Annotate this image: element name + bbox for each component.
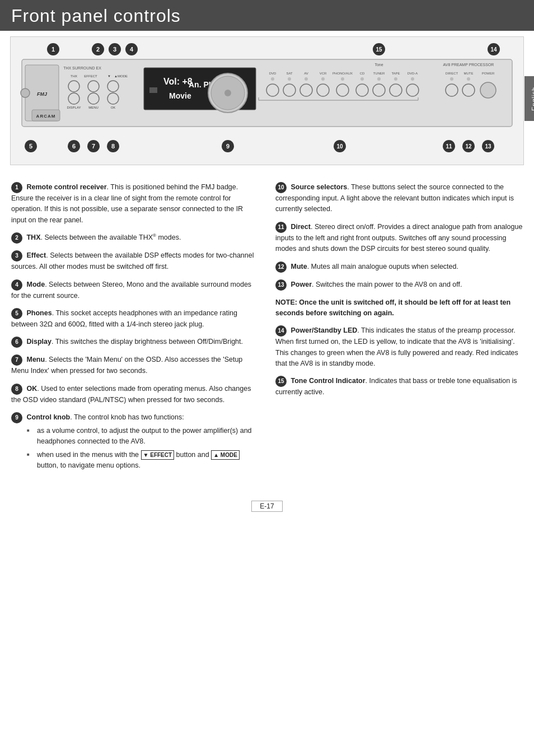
svg-text:OK: OK bbox=[111, 106, 116, 109]
svg-text:4: 4 bbox=[130, 46, 134, 53]
svg-text:9: 9 bbox=[226, 143, 229, 150]
item-7: 7 Menu. Selects the 'Main Menu' on the O… bbox=[11, 354, 259, 376]
page-header: Front panel controls bbox=[0, 0, 534, 31]
svg-point-73 bbox=[480, 82, 496, 98]
svg-text:11: 11 bbox=[446, 143, 452, 150]
item-2: 2 THX. Selects between the available THX… bbox=[11, 232, 259, 244]
svg-text:DVD: DVD bbox=[269, 72, 277, 75]
svg-text:SAT: SAT bbox=[286, 72, 293, 75]
svg-text:MUTE: MUTE bbox=[464, 72, 474, 75]
item-6: 6 Display. This switches the display bri… bbox=[11, 337, 259, 348]
diagram-area: English 1 2 3 4 15 14 FMJ THX SURROUND E… bbox=[10, 36, 524, 165]
svg-point-55 bbox=[341, 77, 344, 81]
svg-text:MODE: MODE bbox=[118, 74, 128, 78]
svg-text:14: 14 bbox=[490, 46, 497, 53]
svg-point-79 bbox=[224, 90, 231, 96]
svg-text:POWER: POWER bbox=[482, 72, 495, 75]
item-4: 4 Mode. Selects between Stereo, Mono and… bbox=[11, 279, 259, 301]
svg-point-61 bbox=[467, 77, 470, 81]
svg-text:3: 3 bbox=[113, 46, 116, 53]
svg-text:CD: CD bbox=[360, 72, 365, 75]
page-title: Front panel controls bbox=[11, 6, 523, 26]
device-diagram: 1 2 3 4 15 14 FMJ THX SURROUND EX THX EF… bbox=[15, 37, 519, 160]
svg-text:7: 7 bbox=[92, 143, 95, 150]
svg-text:EFFECT: EFFECT bbox=[84, 74, 97, 78]
svg-text:Movie: Movie bbox=[169, 91, 191, 100]
svg-text:MENU: MENU bbox=[88, 106, 99, 109]
svg-text:THX SURROUND EX: THX SURROUND EX bbox=[63, 66, 101, 70]
svg-text:ARCAM: ARCAM bbox=[36, 114, 56, 119]
main-content: 1 Remote control receiver. This is posit… bbox=[0, 171, 534, 484]
svg-text:12: 12 bbox=[465, 143, 472, 150]
svg-text:8: 8 bbox=[111, 143, 115, 150]
svg-text:AV: AV bbox=[304, 72, 308, 75]
right-column: 10 Source selectors. These buttons selec… bbox=[275, 182, 523, 478]
item-13: 13 Power. Switches the main power to the… bbox=[275, 279, 523, 291]
svg-point-52 bbox=[288, 77, 291, 81]
svg-text:13: 13 bbox=[485, 143, 491, 150]
page-number-container: E-17 bbox=[0, 501, 534, 511]
svg-text:DIRECT: DIRECT bbox=[446, 72, 458, 75]
svg-point-51 bbox=[271, 77, 274, 81]
svg-text:DVD-A: DVD-A bbox=[407, 72, 418, 75]
svg-point-59 bbox=[411, 77, 414, 81]
item-9: 9 Control knob. The control knob has two… bbox=[11, 412, 259, 472]
svg-rect-34 bbox=[149, 87, 157, 93]
svg-text:Tone: Tone bbox=[374, 63, 383, 67]
svg-text:15: 15 bbox=[376, 46, 382, 53]
svg-text:6: 6 bbox=[72, 143, 76, 150]
svg-text:DISPLAY: DISPLAY bbox=[67, 106, 81, 109]
svg-text:TUNER: TUNER bbox=[373, 72, 385, 75]
note-block: NOTE: Once the unit is switched off, it … bbox=[275, 297, 523, 319]
svg-point-80 bbox=[21, 88, 30, 97]
svg-text:AV8 PREAMP PROCESSOR: AV8 PREAMP PROCESSOR bbox=[443, 63, 494, 67]
svg-text:TAPE: TAPE bbox=[391, 72, 400, 75]
item-12: 12 Mute. Mutes all main analogue ouputs … bbox=[275, 262, 523, 273]
item-5: 5 Phones. This socket accepts headphones… bbox=[11, 308, 259, 330]
item-11: 11 Direct. Stereo direct on/off. Provide… bbox=[275, 222, 523, 255]
svg-text:THX: THX bbox=[71, 74, 77, 78]
item-15: 15 Tone Control Indicator. Indicates tha… bbox=[275, 376, 523, 398]
item-14: 14 Power/Standby LED. This indicates the… bbox=[275, 325, 523, 369]
item-1: 1 Remote control receiver. This is posit… bbox=[11, 182, 259, 226]
svg-text:1: 1 bbox=[51, 46, 55, 53]
item-3: 3 Effect. Selects between the available … bbox=[11, 250, 259, 272]
item-9-bullets: as a volume control, to adjust the outpu… bbox=[27, 426, 259, 472]
svg-point-57 bbox=[377, 77, 381, 81]
svg-text:VCR: VCR bbox=[320, 72, 327, 75]
svg-point-58 bbox=[394, 77, 397, 81]
svg-point-53 bbox=[305, 77, 308, 81]
svg-text:5: 5 bbox=[29, 143, 32, 150]
left-column: 1 Remote control receiver. This is posit… bbox=[11, 182, 259, 478]
svg-text:FMJ: FMJ bbox=[37, 91, 48, 97]
svg-point-60 bbox=[450, 77, 453, 81]
svg-text:2: 2 bbox=[96, 46, 100, 53]
language-tab: English bbox=[524, 76, 534, 121]
item-10: 10 Source selectors. These buttons selec… bbox=[275, 182, 523, 215]
svg-text:▼: ▼ bbox=[107, 74, 111, 78]
bullet-1: as a volume control, to adjust the outpu… bbox=[27, 426, 259, 447]
svg-text:PHONO/AUX: PHONO/AUX bbox=[332, 72, 353, 75]
svg-text:10: 10 bbox=[336, 143, 343, 150]
page-number: E-17 bbox=[251, 501, 282, 512]
svg-point-56 bbox=[360, 77, 364, 81]
item-8: 8 OK. Used to enter selections made from… bbox=[11, 384, 259, 405]
bullet-2: when used in the menus with the ▼ EFFECT… bbox=[27, 450, 259, 472]
svg-point-54 bbox=[321, 77, 325, 81]
